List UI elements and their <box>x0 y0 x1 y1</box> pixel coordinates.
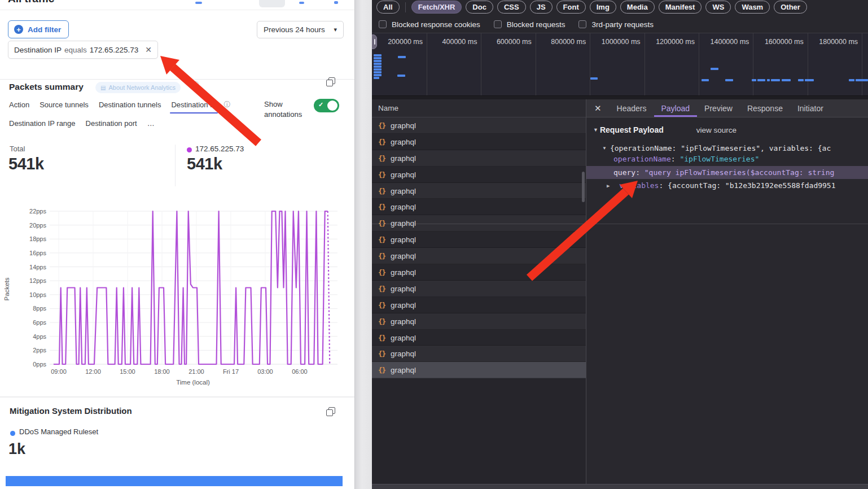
request-row[interactable]: {} graphql <box>372 330 586 346</box>
timeline-tick-label: 200000 ms <box>372 33 427 46</box>
mitigation-title: Mitigation System Distribution <box>10 406 132 416</box>
expand-card-icon[interactable] <box>326 407 335 416</box>
request-name: graphql <box>391 235 416 244</box>
filter-chip-field: Destination IP <box>14 46 62 54</box>
clipped-toolbar-element <box>195 2 202 4</box>
network-checkbox[interactable]: 3rd-party requests <box>578 20 654 29</box>
request-name: graphql <box>391 366 416 374</box>
svg-text:16pps: 16pps <box>29 250 46 256</box>
clock-icon: ◷ <box>192 79 199 88</box>
payload-row[interactable]: ▶ variables : {accountTag: "b12e3b2192ee… <box>586 179 868 193</box>
name-column-header[interactable]: Name <box>372 99 586 117</box>
request-name: graphql <box>391 121 416 130</box>
time-range-dropdown[interactable]: Previous 24 hours ▾ <box>257 21 344 38</box>
request-row[interactable]: {} graphql <box>372 281 586 297</box>
network-overview-timeline[interactable]: 200000 ms 400000 ms 600000 ms 800000 ms … <box>372 33 868 96</box>
expand-card-icon[interactable] <box>326 77 335 86</box>
detail-tab[interactable]: Initiator <box>790 99 831 117</box>
timeline-column: 1800000 ms <box>808 33 862 95</box>
payload-row[interactable]: query : "query ipFlowTimeseries($account… <box>586 166 868 180</box>
add-filter-button[interactable]: + Add filter <box>8 20 69 38</box>
request-list-panel: Name {} graphql {} graphql {} graphql {}… <box>372 99 586 484</box>
request-row[interactable]: {} graphql <box>372 264 586 281</box>
divider <box>0 79 354 80</box>
filter-pill[interactable]: Font <box>556 1 586 14</box>
view-source-link[interactable]: view source <box>696 126 737 134</box>
request-row[interactable]: {} graphql <box>372 297 586 313</box>
request-row[interactable]: {} graphql <box>372 362 586 378</box>
request-row[interactable]: {} graphql <box>372 313 586 330</box>
svg-text:18:00: 18:00 <box>154 368 170 375</box>
payload-row[interactable]: operationName : "ipFlowTimeseries" <box>586 152 868 166</box>
svg-text:06:00: 06:00 <box>292 368 308 375</box>
request-name: graphql <box>391 350 416 358</box>
request-filter-bar: AllFetch/XHRDocCSSJSFontImgMediaManifest… <box>372 0 868 16</box>
summary-tab[interactable]: Destination IP <box>171 101 217 109</box>
summary-tab[interactable]: … <box>147 119 155 128</box>
request-row[interactable]: {} graphql <box>372 199 586 215</box>
request-name: graphql <box>391 317 416 326</box>
request-row[interactable]: {} graphql <box>372 232 586 248</box>
chevron-down-icon: ▾ <box>334 26 337 33</box>
summary-tab[interactable]: Destination IP range <box>9 119 76 128</box>
summary-tab[interactable]: Source tunnels <box>40 101 89 109</box>
detail-tab[interactable]: Headers <box>610 99 654 117</box>
series-stat-value: 541k <box>187 155 222 173</box>
payload-key: variables <box>619 181 659 190</box>
filter-pill[interactable]: Manifest <box>659 1 702 14</box>
svg-text:Time (local): Time (local) <box>176 379 210 386</box>
request-row[interactable]: {} graphql <box>372 150 586 167</box>
total-stat-value: 541k <box>8 155 44 173</box>
request-row[interactable]: {} graphql <box>372 183 586 199</box>
payload-preview-text: {operationName: "ipFlowTimeseries", vari… <box>610 144 831 152</box>
filter-chip-operator: equals <box>64 46 87 54</box>
summary-tab[interactable]: Destination port <box>86 119 137 128</box>
payload-preview-row[interactable]: ▼ {operationName: "ipFlowTimeseries", va… <box>586 134 868 152</box>
detail-tab[interactable]: Preview <box>697 99 740 117</box>
request-row[interactable]: {} graphql <box>372 117 586 134</box>
request-name: graphql <box>391 285 416 293</box>
filter-pill[interactable]: Wasm <box>735 1 770 14</box>
scrollbar-thumb[interactable] <box>582 172 585 202</box>
request-row[interactable]: {} graphql <box>372 248 586 264</box>
checkbox-icon[interactable] <box>578 20 586 28</box>
filter-pill[interactable]: JS <box>530 1 553 14</box>
request-row[interactable]: {} graphql <box>372 346 586 362</box>
collapse-icon[interactable]: ▼ <box>593 127 598 133</box>
close-icon[interactable]: ✕ <box>594 103 602 113</box>
filter-pill[interactable]: Fetch/XHR <box>411 1 462 14</box>
summary-tab[interactable]: Action <box>9 101 29 109</box>
detail-tab[interactable]: Response <box>740 99 790 117</box>
timeline-handle-grip <box>374 39 375 45</box>
series-ip-label: 172.65.225.73 <box>195 145 244 153</box>
request-payload-title: Request Payload <box>600 125 664 134</box>
detail-tab[interactable]: Payload <box>654 99 698 117</box>
network-checkbox[interactable]: Blocked response cookies <box>379 20 480 29</box>
detail-tabbar: ✕ HeadersPayloadPreviewResponseInitiator <box>586 99 868 117</box>
filter-chip[interactable]: Destination IP equals 172.65.225.73 ✕ <box>8 41 158 59</box>
filter-pill[interactable]: CSS <box>497 1 526 14</box>
filter-pill[interactable]: All <box>376 1 400 14</box>
packets-summary-title: Packets summary <box>9 82 84 92</box>
filter-pill[interactable]: Media <box>620 1 655 14</box>
svg-text:Fri 17: Fri 17 <box>223 368 239 375</box>
summary-tab[interactable]: Destination tunnels <box>99 101 161 109</box>
timeline-handle[interactable] <box>372 34 377 49</box>
show-annotations-toggle[interactable]: ✓ <box>314 99 339 112</box>
plus-icon: + <box>14 25 23 34</box>
checkbox-icon[interactable] <box>494 20 502 28</box>
filter-pill[interactable]: Img <box>590 1 616 14</box>
request-row[interactable]: {} graphql <box>372 167 586 183</box>
about-network-analytics-badge[interactable]: ▤ About Network Analytics <box>95 82 181 93</box>
payload-caret-icon[interactable]: ▶ <box>607 183 619 189</box>
request-row[interactable]: {} graphql <box>372 134 586 150</box>
filter-pill[interactable]: Other <box>774 1 807 14</box>
timeline-column: 400000 ms <box>427 33 481 95</box>
filter-pill[interactable]: WS <box>705 1 731 14</box>
network-checkbox[interactable]: Blocked requests <box>494 20 565 29</box>
collapse-icon[interactable]: ▼ <box>602 146 607 151</box>
json-icon: {} <box>378 334 385 342</box>
remove-filter-icon[interactable]: ✕ <box>145 45 152 54</box>
checkbox-icon[interactable] <box>379 20 387 28</box>
filter-pill[interactable]: Doc <box>466 1 493 14</box>
